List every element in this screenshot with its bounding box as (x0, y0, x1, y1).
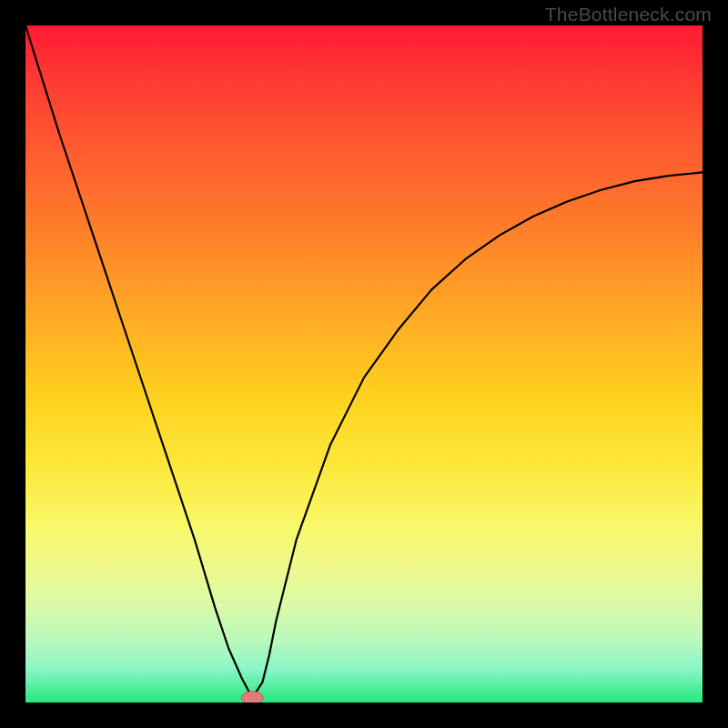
chart-svg (25, 25, 703, 703)
bottleneck-curve (25, 25, 703, 698)
bottleneck-marker (241, 692, 263, 703)
chart-frame: TheBottleneck.com (0, 0, 728, 728)
plot-area (25, 25, 703, 703)
watermark-text: TheBottleneck.com (545, 4, 712, 25)
